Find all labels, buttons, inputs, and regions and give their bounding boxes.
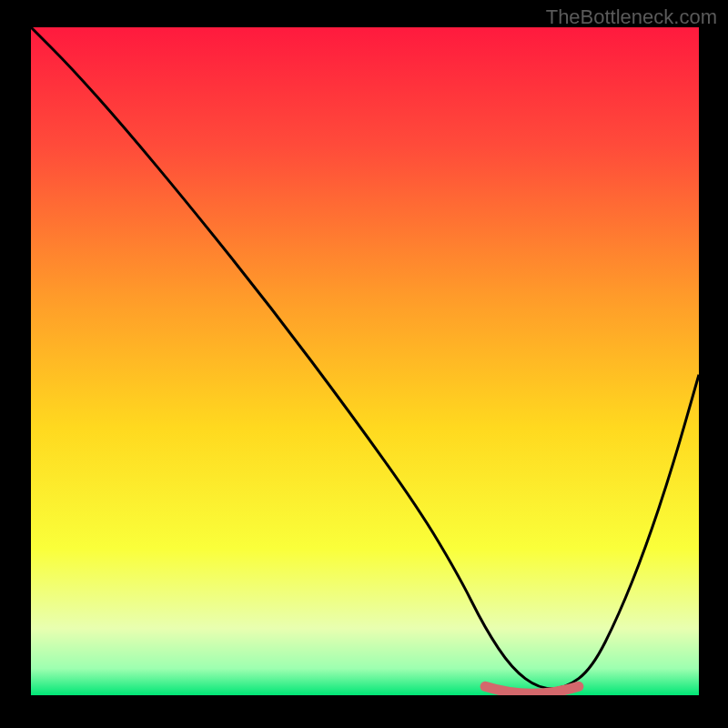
- curve-layer: [31, 27, 699, 695]
- chart-area: [31, 27, 699, 695]
- optimal-range-highlight: [485, 686, 579, 693]
- bottleneck-curve: [31, 27, 699, 689]
- watermark-text: TheBottleneck.com: [546, 5, 717, 29]
